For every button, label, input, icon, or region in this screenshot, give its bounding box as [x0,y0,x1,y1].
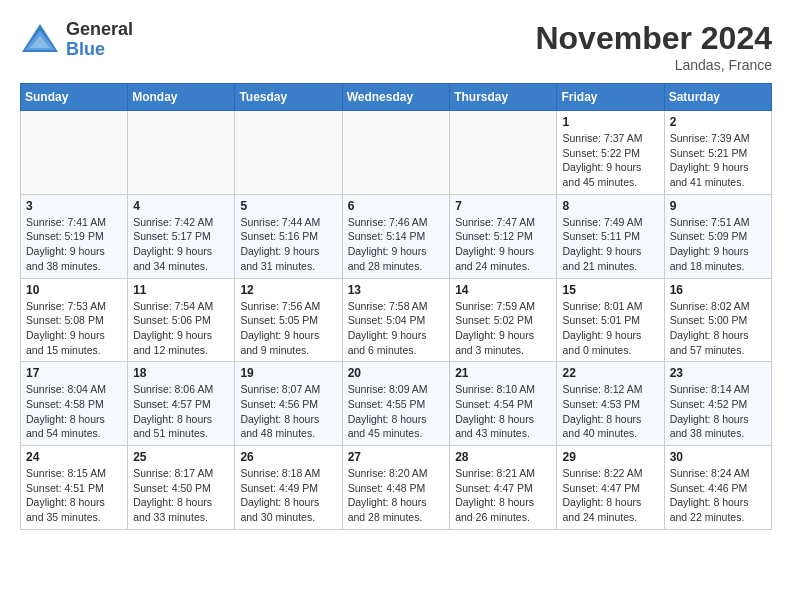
calendar-cell: 18Sunrise: 8:06 AM Sunset: 4:57 PM Dayli… [128,362,235,446]
day-number: 1 [562,115,658,129]
calendar-cell: 4Sunrise: 7:42 AM Sunset: 5:17 PM Daylig… [128,194,235,278]
day-number: 29 [562,450,658,464]
day-number: 16 [670,283,766,297]
weekday-header-friday: Friday [557,84,664,111]
day-number: 28 [455,450,551,464]
day-info: Sunrise: 8:12 AM Sunset: 4:53 PM Dayligh… [562,382,658,441]
logo-blue-text: Blue [66,40,133,60]
calendar-cell: 15Sunrise: 8:01 AM Sunset: 5:01 PM Dayli… [557,278,664,362]
day-info: Sunrise: 7:44 AM Sunset: 5:16 PM Dayligh… [240,215,336,274]
calendar-cell: 21Sunrise: 8:10 AM Sunset: 4:54 PM Dayli… [450,362,557,446]
month-title: November 2024 [535,20,772,57]
day-number: 9 [670,199,766,213]
day-info: Sunrise: 8:07 AM Sunset: 4:56 PM Dayligh… [240,382,336,441]
calendar-cell [450,111,557,195]
day-number: 22 [562,366,658,380]
day-info: Sunrise: 7:49 AM Sunset: 5:11 PM Dayligh… [562,215,658,274]
day-number: 11 [133,283,229,297]
weekday-header-tuesday: Tuesday [235,84,342,111]
calendar-cell: 29Sunrise: 8:22 AM Sunset: 4:47 PM Dayli… [557,446,664,530]
day-number: 4 [133,199,229,213]
calendar-cell: 26Sunrise: 8:18 AM Sunset: 4:49 PM Dayli… [235,446,342,530]
day-info: Sunrise: 7:56 AM Sunset: 5:05 PM Dayligh… [240,299,336,358]
day-info: Sunrise: 8:01 AM Sunset: 5:01 PM Dayligh… [562,299,658,358]
calendar-cell: 16Sunrise: 8:02 AM Sunset: 5:00 PM Dayli… [664,278,771,362]
day-number: 27 [348,450,445,464]
day-number: 12 [240,283,336,297]
day-info: Sunrise: 8:24 AM Sunset: 4:46 PM Dayligh… [670,466,766,525]
calendar-cell: 17Sunrise: 8:04 AM Sunset: 4:58 PM Dayli… [21,362,128,446]
calendar-week-row: 24Sunrise: 8:15 AM Sunset: 4:51 PM Dayli… [21,446,772,530]
weekday-header-saturday: Saturday [664,84,771,111]
calendar-cell: 13Sunrise: 7:58 AM Sunset: 5:04 PM Dayli… [342,278,450,362]
day-number: 26 [240,450,336,464]
day-info: Sunrise: 8:02 AM Sunset: 5:00 PM Dayligh… [670,299,766,358]
calendar-cell: 7Sunrise: 7:47 AM Sunset: 5:12 PM Daylig… [450,194,557,278]
calendar-week-row: 10Sunrise: 7:53 AM Sunset: 5:08 PM Dayli… [21,278,772,362]
calendar-cell: 12Sunrise: 7:56 AM Sunset: 5:05 PM Dayli… [235,278,342,362]
logo-text: General Blue [66,20,133,60]
day-info: Sunrise: 8:14 AM Sunset: 4:52 PM Dayligh… [670,382,766,441]
day-info: Sunrise: 7:51 AM Sunset: 5:09 PM Dayligh… [670,215,766,274]
weekday-header-sunday: Sunday [21,84,128,111]
day-number: 21 [455,366,551,380]
day-info: Sunrise: 8:09 AM Sunset: 4:55 PM Dayligh… [348,382,445,441]
day-number: 14 [455,283,551,297]
day-number: 30 [670,450,766,464]
calendar-cell: 25Sunrise: 8:17 AM Sunset: 4:50 PM Dayli… [128,446,235,530]
calendar-cell: 2Sunrise: 7:39 AM Sunset: 5:21 PM Daylig… [664,111,771,195]
day-info: Sunrise: 7:42 AM Sunset: 5:17 PM Dayligh… [133,215,229,274]
day-number: 25 [133,450,229,464]
day-info: Sunrise: 8:17 AM Sunset: 4:50 PM Dayligh… [133,466,229,525]
day-number: 7 [455,199,551,213]
day-number: 20 [348,366,445,380]
calendar-cell [342,111,450,195]
weekday-header-monday: Monday [128,84,235,111]
calendar-cell [128,111,235,195]
calendar-cell: 27Sunrise: 8:20 AM Sunset: 4:48 PM Dayli… [342,446,450,530]
day-info: Sunrise: 7:58 AM Sunset: 5:04 PM Dayligh… [348,299,445,358]
day-info: Sunrise: 8:04 AM Sunset: 4:58 PM Dayligh… [26,382,122,441]
calendar-cell: 30Sunrise: 8:24 AM Sunset: 4:46 PM Dayli… [664,446,771,530]
calendar-cell [21,111,128,195]
day-number: 17 [26,366,122,380]
day-info: Sunrise: 7:59 AM Sunset: 5:02 PM Dayligh… [455,299,551,358]
page-header: General Blue November 2024 Landas, Franc… [20,20,772,73]
day-number: 2 [670,115,766,129]
logo: General Blue [20,20,133,60]
day-info: Sunrise: 7:46 AM Sunset: 5:14 PM Dayligh… [348,215,445,274]
calendar-cell: 22Sunrise: 8:12 AM Sunset: 4:53 PM Dayli… [557,362,664,446]
title-section: November 2024 Landas, France [535,20,772,73]
weekday-header-row: SundayMondayTuesdayWednesdayThursdayFrid… [21,84,772,111]
day-number: 3 [26,199,122,213]
calendar-cell: 24Sunrise: 8:15 AM Sunset: 4:51 PM Dayli… [21,446,128,530]
day-number: 19 [240,366,336,380]
day-number: 5 [240,199,336,213]
calendar-cell: 9Sunrise: 7:51 AM Sunset: 5:09 PM Daylig… [664,194,771,278]
day-info: Sunrise: 8:22 AM Sunset: 4:47 PM Dayligh… [562,466,658,525]
day-number: 15 [562,283,658,297]
calendar-cell: 20Sunrise: 8:09 AM Sunset: 4:55 PM Dayli… [342,362,450,446]
calendar-cell [235,111,342,195]
day-info: Sunrise: 7:53 AM Sunset: 5:08 PM Dayligh… [26,299,122,358]
day-number: 10 [26,283,122,297]
day-info: Sunrise: 7:54 AM Sunset: 5:06 PM Dayligh… [133,299,229,358]
calendar-week-row: 3Sunrise: 7:41 AM Sunset: 5:19 PM Daylig… [21,194,772,278]
calendar-cell: 23Sunrise: 8:14 AM Sunset: 4:52 PM Dayli… [664,362,771,446]
day-info: Sunrise: 8:10 AM Sunset: 4:54 PM Dayligh… [455,382,551,441]
logo-icon [20,22,60,57]
day-number: 13 [348,283,445,297]
calendar-table: SundayMondayTuesdayWednesdayThursdayFrid… [20,83,772,530]
day-number: 23 [670,366,766,380]
day-info: Sunrise: 8:18 AM Sunset: 4:49 PM Dayligh… [240,466,336,525]
calendar-cell: 14Sunrise: 7:59 AM Sunset: 5:02 PM Dayli… [450,278,557,362]
calendar-week-row: 17Sunrise: 8:04 AM Sunset: 4:58 PM Dayli… [21,362,772,446]
calendar-cell: 3Sunrise: 7:41 AM Sunset: 5:19 PM Daylig… [21,194,128,278]
calendar-cell: 5Sunrise: 7:44 AM Sunset: 5:16 PM Daylig… [235,194,342,278]
day-info: Sunrise: 8:21 AM Sunset: 4:47 PM Dayligh… [455,466,551,525]
day-number: 24 [26,450,122,464]
calendar-cell: 8Sunrise: 7:49 AM Sunset: 5:11 PM Daylig… [557,194,664,278]
day-number: 18 [133,366,229,380]
day-info: Sunrise: 8:06 AM Sunset: 4:57 PM Dayligh… [133,382,229,441]
weekday-header-thursday: Thursday [450,84,557,111]
